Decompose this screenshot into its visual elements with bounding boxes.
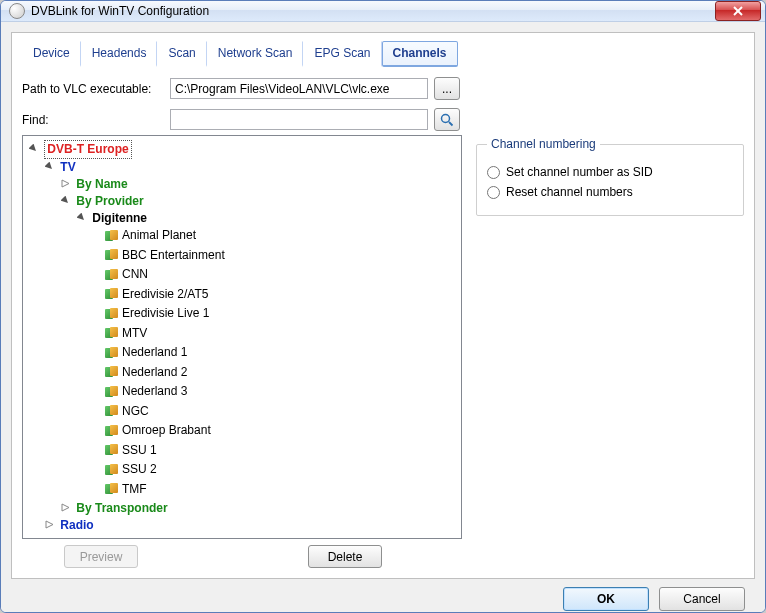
channel-icon <box>105 366 119 378</box>
content-row: DVB-T Europe TV By Name <box>22 135 744 568</box>
search-icon <box>440 113 454 127</box>
tree-root[interactable]: DVB-T Europe TV By Name <box>27 140 457 534</box>
expander-icon[interactable] <box>59 179 71 189</box>
tree-channel[interactable]: Animal Planet <box>91 227 457 247</box>
tree-channel[interactable]: Nederland 2 <box>91 364 457 384</box>
cancel-button[interactable]: Cancel <box>659 587 745 611</box>
channel-tree[interactable]: DVB-T Europe TV By Name <box>22 135 462 539</box>
spacer <box>91 310 103 320</box>
find-button[interactable] <box>434 108 460 131</box>
tree-channel[interactable]: SSU 1 <box>91 442 457 462</box>
expander-icon[interactable] <box>43 162 55 172</box>
tree-digitenne-label: Digitenne <box>92 210 147 227</box>
expander-icon[interactable] <box>27 144 39 154</box>
find-row: Find: <box>22 108 744 131</box>
tab-strip: Device Headends Scan Network Scan EPG Sc… <box>22 41 744 67</box>
tree-channel[interactable]: Eredivisie 2/AT5 <box>91 286 457 306</box>
tree-digitenne[interactable]: Digitenne Animal PlanetBBC Entertainment… <box>75 210 457 500</box>
dialog-footer: OK Cancel <box>11 579 755 613</box>
spacer <box>91 485 103 495</box>
channel-numbering-group: Channel numbering Set channel number as … <box>476 137 744 216</box>
tree-tv-label: TV <box>60 159 75 176</box>
tab-scan[interactable]: Scan <box>157 41 206 67</box>
channel-icon <box>105 308 119 320</box>
tree-channel[interactable]: Eredivisie Live 1 <box>91 305 457 325</box>
radio-reset-label: Reset channel numbers <box>506 185 633 199</box>
expander-icon[interactable] <box>59 196 71 206</box>
tab-headends[interactable]: Headends <box>81 41 158 67</box>
channel-label: Nederland 2 <box>122 364 187 381</box>
radio-sid-label: Set channel number as SID <box>506 165 653 179</box>
channel-icon <box>105 464 119 476</box>
radio-reset-input[interactable] <box>487 186 500 199</box>
channel-label: CNN <box>122 266 148 283</box>
channel-label: NGC <box>122 403 149 420</box>
browse-button[interactable]: ... <box>434 77 460 100</box>
tree-channel[interactable]: CNN <box>91 266 457 286</box>
browse-label: ... <box>442 82 452 96</box>
spacer <box>91 466 103 476</box>
channel-label: BBC Entertainment <box>122 247 225 264</box>
tree-by-transponder-label: By Transponder <box>76 500 167 517</box>
tree-by-provider-label: By Provider <box>76 193 143 210</box>
close-button[interactable] <box>715 1 761 21</box>
expander-icon[interactable] <box>43 520 55 530</box>
spacer <box>91 329 103 339</box>
tree-channel[interactable]: BBC Entertainment <box>91 247 457 267</box>
channel-icon <box>105 249 119 261</box>
tree-tv[interactable]: TV By Name B <box>43 159 457 517</box>
group-legend: Channel numbering <box>487 137 600 151</box>
spacer <box>91 290 103 300</box>
tree-by-transponder[interactable]: By Transponder <box>59 500 457 517</box>
channel-label: SSU 2 <box>122 461 157 478</box>
channel-icon <box>105 386 119 398</box>
radio-sid[interactable]: Set channel number as SID <box>487 165 733 179</box>
find-label: Find: <box>22 113 164 127</box>
channel-label: MTV <box>122 325 147 342</box>
expander-icon[interactable] <box>75 213 87 223</box>
channel-label: TMF <box>122 481 147 498</box>
find-input[interactable] <box>170 109 428 130</box>
svg-point-2 <box>442 114 450 122</box>
tab-epg-scan[interactable]: EPG Scan <box>303 41 381 67</box>
ok-button[interactable]: OK <box>563 587 649 611</box>
channel-label: Animal Planet <box>122 227 196 244</box>
tree-radio-label: Radio <box>60 517 93 534</box>
tab-device[interactable]: Device <box>22 41 81 67</box>
channel-label: Eredivisie Live 1 <box>122 305 209 322</box>
expander-icon[interactable] <box>59 503 71 513</box>
tab-network-scan[interactable]: Network Scan <box>207 41 304 67</box>
app-icon <box>9 3 25 19</box>
tree-channel[interactable]: Nederland 3 <box>91 383 457 403</box>
tree-radio[interactable]: Radio <box>43 517 457 534</box>
inner-panel: Device Headends Scan Network Scan EPG Sc… <box>11 32 755 579</box>
titlebar[interactable]: DVBLink for WinTV Configuration <box>1 1 765 22</box>
tree-channel[interactable]: NGC <box>91 403 457 423</box>
channel-icon <box>105 269 119 281</box>
radio-sid-input[interactable] <box>487 166 500 179</box>
tree-actions: Preview Delete <box>22 545 462 568</box>
vlc-row: Path to VLC executable: ... <box>22 77 744 100</box>
channel-icon <box>105 230 119 242</box>
channel-icon <box>105 288 119 300</box>
tree-root-label: DVB-T Europe <box>44 140 131 159</box>
tree-channel[interactable]: Nederland 1 <box>91 344 457 364</box>
tree-channel[interactable]: SSU 2 <box>91 461 457 481</box>
spacer <box>91 251 103 261</box>
tab-channels[interactable]: Channels <box>382 41 458 67</box>
preview-button: Preview <box>64 545 138 568</box>
tree-by-name[interactable]: By Name <box>59 176 457 193</box>
vlc-path-input[interactable] <box>170 78 428 99</box>
radio-reset[interactable]: Reset channel numbers <box>487 185 733 199</box>
spacer <box>91 232 103 242</box>
spacer <box>91 388 103 398</box>
delete-button[interactable]: Delete <box>308 545 382 568</box>
tree-channel[interactable]: MTV <box>91 325 457 345</box>
channel-icon <box>105 483 119 495</box>
tree-channel[interactable]: Omroep Brabant <box>91 422 457 442</box>
tree-channel[interactable]: TMF <box>91 481 457 501</box>
right-column: Channel numbering Set channel number as … <box>476 135 744 568</box>
spacer <box>91 407 103 417</box>
tree-by-provider[interactable]: By Provider Digitenne Animal PlanetBBC E… <box>59 193 457 500</box>
channel-label: Nederland 1 <box>122 344 187 361</box>
